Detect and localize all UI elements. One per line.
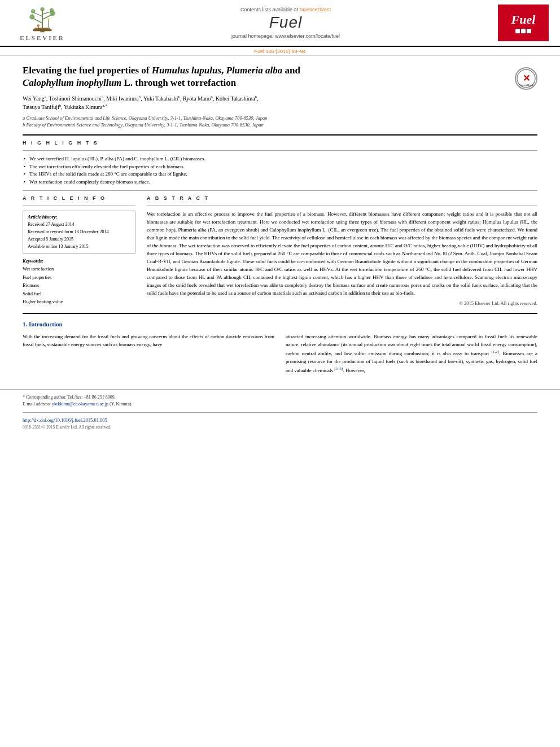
keyword-4: Solid fuel bbox=[23, 290, 135, 298]
affiliations: a Graduate School of Environmental and L… bbox=[23, 115, 537, 129]
issn-notice: 0016-2361/© 2015 Elsevier Ltd. All right… bbox=[23, 425, 537, 430]
svg-point-8 bbox=[31, 9, 35, 13]
journal-header: ELSEVIER Contents lists available at Sci… bbox=[0, 0, 560, 47]
abstract-text: Wet torrefaction is an effective process… bbox=[147, 211, 537, 297]
article-history-box: Article history: Received 27 August 2014… bbox=[23, 211, 135, 254]
corresponding-author-note: * Corresponding author. Tel./fax: +81 86… bbox=[23, 394, 537, 401]
journal-issue-line: Fuel 146 (2015) 88–94 bbox=[0, 47, 560, 56]
intro-right-text: attracted increasing attention worldwide… bbox=[286, 333, 537, 375]
introduction-columns: With the increasing demand for the fossi… bbox=[23, 333, 537, 375]
intro-left-col: With the increasing demand for the fossi… bbox=[23, 333, 274, 375]
fuel-logo-text: Fuel bbox=[511, 12, 536, 27]
keyword-5: Higher heating value bbox=[23, 298, 135, 305]
abstract-divider bbox=[147, 206, 537, 206]
received-date: Received 27 August 2014 bbox=[28, 221, 130, 229]
article-title: Elevating the fuel properties of Humulus… bbox=[23, 64, 515, 89]
divider-thick bbox=[23, 134, 537, 136]
svg-point-10 bbox=[40, 7, 44, 11]
title-section: Elevating the fuel properties of Humulus… bbox=[23, 64, 537, 90]
journal-homepage: journal homepage: www.elsevier.com/locat… bbox=[85, 33, 487, 39]
email-address[interactable]: yktkkimu@cc.okayama-u.ac.jp bbox=[52, 401, 108, 407]
elsevier-tree-icon bbox=[20, 5, 65, 33]
highlights-divider bbox=[23, 150, 537, 151]
svg-text:CrossMark: CrossMark bbox=[519, 84, 533, 87]
revised-date: Received in revised form 18 December 201… bbox=[28, 229, 130, 236]
main-divider bbox=[23, 313, 537, 314]
highlights-section: H I G H L I G H T S We wet-torrefied H. … bbox=[23, 140, 537, 191]
email-note: E-mail address: yktkkimu@cc.okayama-u.ac… bbox=[23, 401, 537, 408]
introduction-title: 1. Introduction bbox=[23, 321, 537, 327]
svg-point-6 bbox=[29, 14, 34, 19]
doi-link[interactable]: http://dx.doi.org/10.1016/j.fuel.2015.01… bbox=[23, 417, 537, 423]
page-footer: * Corresponding author. Tel./fax: +81 86… bbox=[0, 389, 560, 434]
affiliation-a: a Graduate School of Environmental and L… bbox=[23, 115, 537, 122]
article-info-label: A R T I C L E I N F O bbox=[23, 195, 135, 201]
keyword-2: Fuel properties bbox=[23, 273, 135, 281]
crossmark-icon: ✕ CrossMark bbox=[515, 67, 537, 90]
authors: Wei Yanga, Toshinori Shimanouchia, Miki … bbox=[23, 94, 537, 112]
svg-point-9 bbox=[50, 8, 54, 12]
contents-available-text: Contents lists available at ScienceDirec… bbox=[85, 7, 487, 12]
history-title: Article history: bbox=[28, 214, 130, 220]
keyword-3: Biomass bbox=[23, 281, 135, 289]
fuel-logo: Fuel bbox=[498, 5, 549, 41]
elsevier-logo: ELSEVIER bbox=[11, 5, 73, 41]
available-date: Available online 13 January 2015 bbox=[28, 243, 130, 251]
intro-right-col: attracted increasing attention worldwide… bbox=[286, 333, 537, 375]
svg-line-4 bbox=[33, 12, 42, 16]
highlight-item-3: The HHVs of the solid fuels made at 260 … bbox=[23, 171, 537, 178]
page: ELSEVIER Contents lists available at Sci… bbox=[0, 0, 560, 747]
highlights-label: H I G H L I G H T S bbox=[23, 140, 537, 146]
abstract-label: A B S T R A C T bbox=[147, 195, 537, 201]
copyright-line: © 2015 Elsevier Ltd. All rights reserved… bbox=[147, 300, 537, 306]
keywords-section: Keywords: Wet torrefaction Fuel properti… bbox=[23, 258, 135, 305]
footer-divider bbox=[23, 412, 537, 413]
journal-center-info: Contents lists available at ScienceDirec… bbox=[73, 7, 498, 39]
article-info-abstract-section: A R T I C L E I N F O Article history: R… bbox=[23, 195, 537, 306]
keywords-title: Keywords: bbox=[23, 258, 135, 264]
highlight-item-4: Wet torrefaction could completely destro… bbox=[23, 178, 537, 186]
article-info-column: A R T I C L E I N F O Article history: R… bbox=[23, 195, 135, 306]
accepted-date: Accepted 5 January 2015 bbox=[28, 236, 130, 243]
intro-left-text: With the increasing demand for the fossi… bbox=[23, 333, 274, 349]
sciencedirect-link[interactable]: ScienceDirect bbox=[300, 7, 331, 12]
svg-point-16 bbox=[47, 18, 50, 20]
svg-point-13 bbox=[37, 24, 40, 27]
svg-rect-12 bbox=[33, 29, 52, 31]
highlight-item-2: The wet torrefaction efficiently elevate… bbox=[23, 163, 537, 171]
highlight-item-1: We wet-torrefied H. lupulus (HL), P. alb… bbox=[23, 155, 537, 163]
main-content: Elevating the fuel properties of Humulus… bbox=[0, 56, 560, 383]
svg-text:✕: ✕ bbox=[523, 73, 530, 83]
crossmark-logo: ✕ CrossMark bbox=[516, 68, 536, 89]
highlights-bottom-divider bbox=[23, 190, 537, 191]
article-info-divider bbox=[23, 206, 135, 206]
keyword-1: Wet torrefaction bbox=[23, 265, 135, 273]
abstract-column: A B S T R A C T Wet torrefaction is an e… bbox=[147, 195, 537, 306]
introduction-section: 1. Introduction With the increasing dema… bbox=[23, 321, 537, 375]
journal-name: Fuel bbox=[85, 14, 487, 32]
affiliation-b: b Faculty of Environmental Science and T… bbox=[23, 121, 537, 129]
elsevier-wordmark: ELSEVIER bbox=[20, 34, 65, 41]
